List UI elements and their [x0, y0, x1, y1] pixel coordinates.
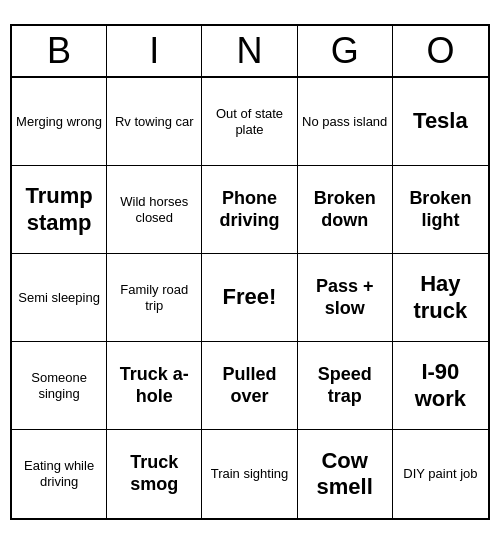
bingo-cell-text-16: Truck a-hole — [111, 364, 197, 407]
bingo-cell-text-24: DIY paint job — [403, 466, 477, 482]
bingo-cell-text-19: I-90 work — [397, 359, 484, 412]
bingo-cell-text-3: No pass island — [302, 114, 387, 130]
bingo-cell-text-20: Eating while driving — [16, 458, 102, 489]
bingo-cell-16[interactable]: Truck a-hole — [107, 342, 202, 430]
bingo-cell-3[interactable]: No pass island — [298, 78, 393, 166]
bingo-cell-17[interactable]: Pulled over — [202, 342, 297, 430]
bingo-grid: Merging wrongRv towing carOut of state p… — [12, 78, 488, 518]
bingo-cell-text-22: Train sighting — [211, 466, 289, 482]
bingo-cell-0[interactable]: Merging wrong — [12, 78, 107, 166]
bingo-cell-11[interactable]: Family road trip — [107, 254, 202, 342]
bingo-cell-20[interactable]: Eating while driving — [12, 430, 107, 518]
bingo-cell-7[interactable]: Phone driving — [202, 166, 297, 254]
bingo-cell-text-11: Family road trip — [111, 282, 197, 313]
bingo-cell-6[interactable]: Wild horses closed — [107, 166, 202, 254]
bingo-cell-text-9: Broken light — [397, 188, 484, 231]
bingo-cell-text-10: Semi sleeping — [18, 290, 100, 306]
bingo-cell-15[interactable]: Someone singing — [12, 342, 107, 430]
bingo-cell-2[interactable]: Out of state plate — [202, 78, 297, 166]
bingo-cell-text-14: Hay truck — [397, 271, 484, 324]
bingo-cell-text-0: Merging wrong — [16, 114, 102, 130]
bingo-cell-text-5: Trump stamp — [16, 183, 102, 236]
bingo-cell-text-15: Someone singing — [16, 370, 102, 401]
bingo-cell-22[interactable]: Train sighting — [202, 430, 297, 518]
bingo-cell-text-12: Free! — [223, 284, 277, 310]
bingo-cell-5[interactable]: Trump stamp — [12, 166, 107, 254]
bingo-cell-text-13: Pass + slow — [302, 276, 388, 319]
header-letter-g: G — [298, 26, 393, 76]
header-letter-i: I — [107, 26, 202, 76]
bingo-cell-text-2: Out of state plate — [206, 106, 292, 137]
header-letter-n: N — [202, 26, 297, 76]
bingo-cell-24[interactable]: DIY paint job — [393, 430, 488, 518]
bingo-cell-4[interactable]: Tesla — [393, 78, 488, 166]
bingo-cell-text-23: Cow smell — [302, 448, 388, 501]
bingo-header: BINGO — [12, 26, 488, 78]
bingo-cell-text-6: Wild horses closed — [111, 194, 197, 225]
bingo-cell-10[interactable]: Semi sleeping — [12, 254, 107, 342]
bingo-cell-19[interactable]: I-90 work — [393, 342, 488, 430]
bingo-cell-18[interactable]: Speed trap — [298, 342, 393, 430]
bingo-cell-23[interactable]: Cow smell — [298, 430, 393, 518]
bingo-cell-text-17: Pulled over — [206, 364, 292, 407]
bingo-cell-14[interactable]: Hay truck — [393, 254, 488, 342]
bingo-cell-13[interactable]: Pass + slow — [298, 254, 393, 342]
bingo-cell-text-4: Tesla — [413, 108, 468, 134]
bingo-cell-1[interactable]: Rv towing car — [107, 78, 202, 166]
header-letter-b: B — [12, 26, 107, 76]
bingo-cell-text-18: Speed trap — [302, 364, 388, 407]
bingo-cell-12[interactable]: Free! — [202, 254, 297, 342]
bingo-cell-text-1: Rv towing car — [115, 114, 194, 130]
bingo-cell-9[interactable]: Broken light — [393, 166, 488, 254]
header-letter-o: O — [393, 26, 488, 76]
bingo-cell-text-7: Phone driving — [206, 188, 292, 231]
bingo-card: BINGO Merging wrongRv towing carOut of s… — [10, 24, 490, 520]
bingo-cell-8[interactable]: Broken down — [298, 166, 393, 254]
bingo-cell-21[interactable]: Truck smog — [107, 430, 202, 518]
bingo-cell-text-21: Truck smog — [111, 452, 197, 495]
bingo-cell-text-8: Broken down — [302, 188, 388, 231]
